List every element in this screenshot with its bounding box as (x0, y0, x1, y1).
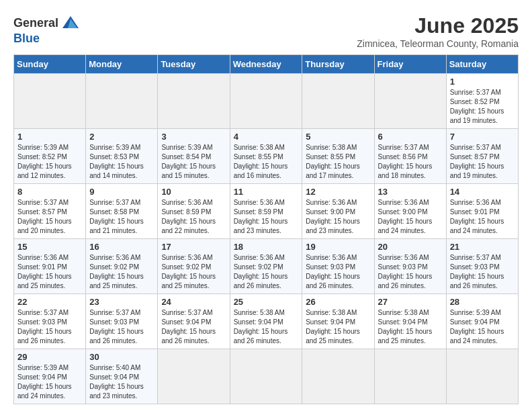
day-info: Sunrise: 5:36 AMSunset: 9:03 PMDaylight:… (306, 253, 370, 291)
day-cell (14, 74, 86, 129)
week-row-4: 15Sunrise: 5:36 AMSunset: 9:01 PMDayligh… (14, 239, 519, 294)
day-number: 18 (234, 242, 299, 252)
day-cell: 3Sunrise: 5:39 AMSunset: 8:54 PMDaylight… (158, 129, 230, 184)
day-number: 9 (89, 187, 154, 197)
day-info: Sunrise: 5:36 AMSunset: 9:02 PMDaylight:… (89, 253, 154, 291)
day-info: Sunrise: 5:38 AMSunset: 9:04 PMDaylight:… (306, 308, 370, 346)
day-cell: 25Sunrise: 5:38 AMSunset: 9:04 PMDayligh… (230, 294, 302, 349)
day-info: Sunrise: 5:36 AMSunset: 8:59 PMDaylight:… (234, 198, 299, 236)
day-number: 8 (17, 187, 82, 197)
day-cell (158, 349, 230, 404)
day-number: 23 (89, 297, 154, 307)
day-info: Sunrise: 5:40 AMSunset: 9:04 PMDaylight:… (89, 363, 154, 401)
day-cell: 26Sunrise: 5:38 AMSunset: 9:04 PMDayligh… (302, 294, 374, 349)
day-number: 2 (89, 132, 154, 142)
day-cell (158, 74, 230, 129)
day-cell: 12Sunrise: 5:36 AMSunset: 9:00 PMDayligh… (302, 184, 374, 239)
day-info: Sunrise: 5:38 AMSunset: 9:04 PMDaylight:… (234, 308, 299, 346)
weekday-header-friday: Friday (374, 55, 446, 74)
day-cell: 29Sunrise: 5:39 AMSunset: 9:04 PMDayligh… (14, 349, 86, 404)
day-cell (86, 74, 158, 129)
day-cell: 2Sunrise: 5:39 AMSunset: 8:53 PMDaylight… (86, 129, 158, 184)
day-info: Sunrise: 5:37 AMSunset: 8:57 PMDaylight:… (450, 143, 515, 181)
day-info: Sunrise: 5:36 AMSunset: 9:01 PMDaylight:… (17, 253, 82, 291)
day-cell: 6Sunrise: 5:37 AMSunset: 8:56 PMDaylight… (374, 129, 446, 184)
day-cell (302, 349, 374, 404)
logo-icon (61, 13, 80, 32)
day-info: Sunrise: 5:39 AMSunset: 8:54 PMDaylight:… (161, 143, 226, 181)
weekday-header-monday: Monday (86, 55, 158, 74)
weekday-header-wednesday: Wednesday (230, 55, 302, 74)
week-row-6: 29Sunrise: 5:39 AMSunset: 9:04 PMDayligh… (14, 349, 519, 404)
week-row-1: 1Sunrise: 5:37 AMSunset: 8:52 PMDaylight… (14, 74, 519, 129)
day-info: Sunrise: 5:37 AMSunset: 9:04 PMDaylight:… (161, 308, 226, 346)
day-cell (374, 74, 446, 129)
day-info: Sunrise: 5:36 AMSunset: 9:02 PMDaylight:… (234, 253, 299, 291)
day-cell: 1Sunrise: 5:39 AMSunset: 8:52 PMDaylight… (14, 129, 86, 184)
day-cell (446, 349, 518, 404)
day-cell: 5Sunrise: 5:38 AMSunset: 8:55 PMDaylight… (302, 129, 374, 184)
day-number: 29 (17, 352, 82, 362)
day-cell: 14Sunrise: 5:36 AMSunset: 9:01 PMDayligh… (446, 184, 518, 239)
weekday-header-tuesday: Tuesday (158, 55, 230, 74)
day-info: Sunrise: 5:37 AMSunset: 9:03 PMDaylight:… (89, 308, 154, 346)
day-number: 16 (89, 242, 154, 252)
day-info: Sunrise: 5:37 AMSunset: 8:56 PMDaylight:… (378, 143, 443, 181)
day-number: 22 (17, 297, 82, 307)
day-number: 5 (306, 132, 370, 142)
day-number: 27 (378, 297, 443, 307)
day-cell: 24Sunrise: 5:37 AMSunset: 9:04 PMDayligh… (158, 294, 230, 349)
day-number: 20 (378, 242, 443, 252)
day-number: 25 (234, 297, 299, 307)
day-cell (230, 74, 302, 129)
day-cell: 22Sunrise: 5:37 AMSunset: 9:03 PMDayligh… (14, 294, 86, 349)
day-info: Sunrise: 5:37 AMSunset: 8:52 PMDaylight:… (450, 88, 515, 126)
day-info: Sunrise: 5:39 AMSunset: 8:53 PMDaylight:… (89, 143, 154, 181)
day-number: 7 (450, 132, 515, 142)
day-cell: 17Sunrise: 5:36 AMSunset: 9:02 PMDayligh… (158, 239, 230, 294)
day-number: 24 (161, 297, 226, 307)
day-cell: 30Sunrise: 5:40 AMSunset: 9:04 PMDayligh… (86, 349, 158, 404)
title-area: June 2025 Zimnicea, Teleorman County, Ro… (357, 13, 519, 49)
day-number: 4 (234, 132, 299, 142)
day-cell: 27Sunrise: 5:38 AMSunset: 9:04 PMDayligh… (374, 294, 446, 349)
calendar-table: SundayMondayTuesdayWednesdayThursdayFrid… (13, 54, 519, 404)
day-info: Sunrise: 5:36 AMSunset: 9:02 PMDaylight:… (161, 253, 226, 291)
day-number: 26 (306, 297, 370, 307)
day-info: Sunrise: 5:36 AMSunset: 9:00 PMDaylight:… (378, 198, 443, 236)
day-number: 13 (378, 187, 443, 197)
weekday-header-saturday: Saturday (446, 55, 518, 74)
day-info: Sunrise: 5:39 AMSunset: 8:52 PMDaylight:… (17, 143, 82, 181)
day-number: 11 (234, 187, 299, 197)
day-info: Sunrise: 5:36 AMSunset: 8:59 PMDaylight:… (161, 198, 226, 236)
week-row-3: 8Sunrise: 5:37 AMSunset: 8:57 PMDaylight… (14, 184, 519, 239)
day-cell: 4Sunrise: 5:38 AMSunset: 8:55 PMDaylight… (230, 129, 302, 184)
day-cell: 13Sunrise: 5:36 AMSunset: 9:00 PMDayligh… (374, 184, 446, 239)
calendar-subtitle: Zimnicea, Teleorman County, Romania (357, 38, 519, 49)
day-info: Sunrise: 5:38 AMSunset: 8:55 PMDaylight:… (306, 143, 370, 181)
day-info: Sunrise: 5:37 AMSunset: 8:58 PMDaylight:… (89, 198, 154, 236)
logo-general: General (13, 17, 58, 29)
day-cell (230, 349, 302, 404)
day-cell: 11Sunrise: 5:36 AMSunset: 8:59 PMDayligh… (230, 184, 302, 239)
day-number: 15 (17, 242, 82, 252)
day-cell: 8Sunrise: 5:37 AMSunset: 8:57 PMDaylight… (14, 184, 86, 239)
day-info: Sunrise: 5:36 AMSunset: 9:03 PMDaylight:… (378, 253, 443, 291)
logo-blue: Blue (13, 32, 40, 44)
day-cell: 20Sunrise: 5:36 AMSunset: 9:03 PMDayligh… (374, 239, 446, 294)
day-cell: 15Sunrise: 5:36 AMSunset: 9:01 PMDayligh… (14, 239, 86, 294)
weekday-header-sunday: Sunday (14, 55, 86, 74)
day-cell: 28Sunrise: 5:39 AMSunset: 9:04 PMDayligh… (446, 294, 518, 349)
weekday-header-row: SundayMondayTuesdayWednesdayThursdayFrid… (14, 55, 519, 74)
day-number: 21 (450, 242, 515, 252)
day-cell: 16Sunrise: 5:36 AMSunset: 9:02 PMDayligh… (86, 239, 158, 294)
day-number: 28 (450, 297, 515, 307)
day-number: 1 (450, 77, 515, 87)
day-number: 6 (378, 132, 443, 142)
day-info: Sunrise: 5:39 AMSunset: 9:04 PMDaylight:… (450, 308, 515, 346)
day-cell: 9Sunrise: 5:37 AMSunset: 8:58 PMDaylight… (86, 184, 158, 239)
day-number: 14 (450, 187, 515, 197)
week-row-2: 1Sunrise: 5:39 AMSunset: 8:52 PMDaylight… (14, 129, 519, 184)
day-number: 19 (306, 242, 370, 252)
day-number: 1 (17, 132, 82, 142)
